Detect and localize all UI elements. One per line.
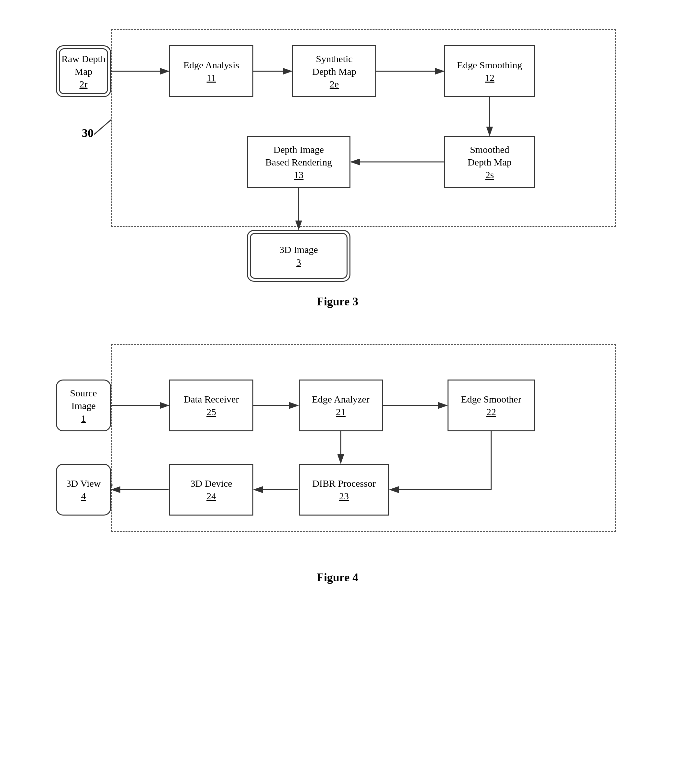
figure4-section: 20 Source Image 1 Data Receiver 25 Edge … — [26, 334, 649, 584]
dibr-processor-node: DIBR Processor 23 — [299, 464, 389, 516]
edge-analysis-node: Edge Analysis 11 — [169, 45, 253, 97]
view3d-node: 3D View 4 — [56, 464, 111, 516]
smoothed-depth-map-node: Smoothed Depth Map 2s — [444, 136, 535, 188]
data-receiver-node: Data Receiver 25 — [169, 380, 253, 431]
fig4-caption: Figure 4 — [317, 571, 358, 584]
edge-smoothing-node: Edge Smoothing 12 — [444, 45, 535, 97]
fig4-diagram: 20 Source Image 1 Data Receiver 25 Edge … — [46, 334, 629, 561]
fig3-diagram: 30 Raw Depth Map 2r Edge Analysis 11 Syn… — [46, 19, 629, 285]
fig3-caption: Figure 3 — [317, 295, 358, 308]
raw-depth-map-node: Raw Depth Map 2r — [56, 45, 111, 97]
synthetic-depth-map-node: Synthetic Depth Map 2e — [292, 45, 376, 97]
image3d-node: 3D Image 3 — [247, 230, 351, 282]
dibr-node: Depth Image Based Rendering 13 — [247, 136, 351, 188]
source-image-node: Source Image 1 — [56, 380, 111, 431]
edge-smoother-node: Edge Smoother 22 — [447, 380, 535, 431]
edge-analyzer-node: Edge Analyzer 21 — [299, 380, 383, 431]
device3d-node: 3D Device 24 — [169, 464, 253, 516]
svg-line-0 — [94, 120, 111, 134]
figure3-section: 30 Raw Depth Map 2r Edge Analysis 11 Syn… — [26, 19, 649, 308]
fig3-label-30: 30 — [82, 126, 93, 140]
